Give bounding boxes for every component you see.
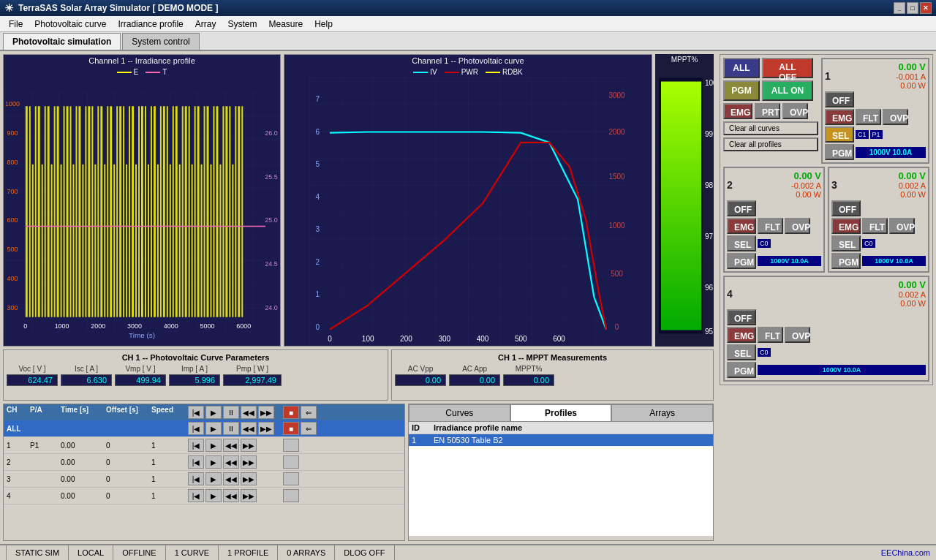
seq-ch1-back[interactable]: ◀◀ (223, 439, 239, 452)
seq-ch2-rewind[interactable]: |◀ (188, 455, 204, 469)
ch4-emg-button[interactable]: EMG (727, 327, 756, 343)
ch1-power: 0.00 W (900, 81, 926, 90)
seq-all-play[interactable]: ▶ (205, 422, 222, 435)
ch3-emg-button[interactable]: EMG (831, 218, 861, 234)
seq-ch1-stop[interactable] (283, 439, 299, 452)
col-name: Irradiance profile name (434, 423, 710, 432)
seq-btn-pause-all[interactable]: ⏸ (223, 406, 239, 419)
seq-ch2-play[interactable]: ▶ (205, 455, 222, 469)
seq-ch4-back[interactable]: ◀◀ (223, 489, 239, 502)
ch3-off-button[interactable]: OFF (831, 200, 861, 216)
ch3-pgm-button[interactable]: PGM (831, 253, 861, 269)
ch1-flt-button[interactable]: FLT (856, 109, 881, 125)
cp-row-1[interactable]: 1 EN 50530 Table B2 (409, 434, 713, 447)
seq-ch4-rewind[interactable]: |◀ (188, 489, 204, 502)
menu-file[interactable]: File (3, 18, 29, 31)
menu-array[interactable]: Array (189, 18, 222, 31)
seq-btn-play-all[interactable]: ▶ (205, 406, 222, 419)
seq-all-fwd[interactable]: ▶▶ (258, 422, 274, 435)
ch3-time: 0.00 (61, 475, 106, 483)
top-controls: ALL ALL OFF PGM ALL ON EMG PRT OVP Clear… (723, 58, 929, 164)
legend-RDBK: RDBK (486, 68, 523, 76)
seq-ch2-stop[interactable] (283, 455, 299, 469)
seq-ch1-fwd[interactable]: ▶▶ (241, 439, 257, 452)
svg-text:24.0: 24.0 (265, 304, 277, 311)
legend-RDBK-color (486, 72, 500, 73)
ch3-sel-button[interactable]: SEL (831, 235, 861, 251)
seq-btn-back-all[interactable]: ◀◀ (241, 406, 257, 419)
ch4-sel-button[interactable]: SEL (727, 344, 756, 360)
ch2-pgm-button[interactable]: PGM (727, 253, 756, 269)
ch1-ovp-button[interactable]: OVP (883, 109, 908, 125)
ch1-pgm-button[interactable]: PGM (825, 144, 854, 160)
ch3-ovp-button[interactable]: OVP (889, 218, 915, 234)
clear-curves-button[interactable]: Clear all curves (723, 121, 818, 135)
seq-ch1-rewind[interactable]: |◀ (188, 439, 204, 452)
seq-all-stop[interactable]: ■ (283, 422, 299, 435)
seq-ch3-back[interactable]: ◀◀ (223, 472, 239, 485)
ch3-flt-button[interactable]: FLT (862, 218, 888, 234)
seq-ch1-play[interactable]: ▶ (205, 439, 222, 452)
tab-arrays[interactable]: Arrays (611, 404, 713, 422)
titlebar: ☀ TerraSAS Solar Array Simulator [ DEMO … (0, 0, 936, 16)
seq-btn-rewind-all[interactable]: |◀ (188, 406, 204, 419)
clear-profiles-button[interactable]: Clear all profiles (723, 137, 818, 151)
main-emg-button[interactable]: EMG (723, 103, 752, 119)
pgm-allon-row: PGM ALL ON (723, 80, 818, 101)
seq-ch3-fwd[interactable]: ▶▶ (241, 472, 257, 485)
seq-btn-reset-all[interactable]: ⇐ (301, 406, 317, 419)
ch1-sel-button[interactable]: SEL (825, 126, 854, 143)
seq-ch2-fwd[interactable]: ▶▶ (241, 455, 257, 469)
ch4-ovp-button[interactable]: OVP (785, 327, 810, 343)
seq-btn-fwd-all[interactable]: ▶▶ (258, 406, 274, 419)
menu-system[interactable]: System (222, 18, 263, 31)
ch2-flt-button[interactable]: FLT (758, 218, 783, 234)
ch4-sel-row: SEL C0 (727, 344, 926, 360)
tab-profiles[interactable]: Profiles (510, 404, 612, 422)
tab-photovoltaic-simulation[interactable]: Photovoltaic simulation (3, 33, 121, 50)
seq-ch3-stop[interactable] (283, 472, 299, 485)
ch2-emg-button[interactable]: EMG (727, 218, 756, 234)
pgm-button[interactable]: PGM (723, 80, 760, 101)
all-off-button[interactable]: ALL OFF (762, 58, 813, 78)
ch2-off-button[interactable]: OFF (727, 200, 756, 216)
ch2-sel-button[interactable]: SEL (727, 235, 756, 251)
seq-ch4-fwd[interactable]: ▶▶ (241, 489, 257, 502)
all-on-button[interactable]: ALL ON (762, 80, 813, 101)
ch4-speed: 1 (151, 492, 188, 500)
menu-measure[interactable]: Measure (263, 18, 309, 31)
seq-ch4-play[interactable]: ▶ (205, 489, 222, 502)
minimize-button[interactable]: _ (894, 2, 905, 14)
main-ovp-button[interactable]: OVP (782, 103, 808, 119)
seq-all-reset[interactable]: ⇐ (301, 422, 317, 435)
ch4-flt-button[interactable]: FLT (758, 327, 783, 343)
tab-system-control[interactable]: System control (122, 33, 199, 50)
all-button[interactable]: ALL (723, 58, 760, 78)
menu-irradiance-profile[interactable]: Irradiance profile (112, 18, 189, 31)
ch1-off-button[interactable]: OFF (825, 91, 854, 107)
ch2-ovp-button[interactable]: OVP (785, 218, 810, 234)
main-prt-button[interactable]: PRT (755, 103, 780, 119)
ch4-pgm-button[interactable]: PGM (727, 362, 756, 378)
ch2-off-row: OFF (727, 200, 821, 216)
svg-text:500: 500 (7, 246, 18, 253)
seq-all-rewind[interactable]: |◀ (188, 422, 204, 435)
seq-btn-stop-all[interactable]: ■ (283, 406, 299, 419)
ch3-speed: 1 (151, 475, 188, 483)
seq-ch2-back[interactable]: ◀◀ (223, 455, 239, 469)
menu-photovoltaic-curve[interactable]: Photovoltaic curve (29, 18, 112, 31)
ac-app-label: AC App (462, 365, 487, 373)
svg-rect-31 (57, 106, 59, 317)
svg-text:96: 96 (705, 284, 714, 292)
close-button[interactable]: ✕ (920, 2, 932, 14)
tab-curves[interactable]: Curves (409, 404, 510, 422)
seq-ch3-play[interactable]: ▶ (205, 472, 222, 485)
seq-all-pause[interactable]: ⏸ (223, 422, 239, 435)
ch1-emg-button[interactable]: EMG (825, 109, 854, 125)
ch4-off-button[interactable]: OFF (727, 309, 756, 325)
seq-all-back[interactable]: ◀◀ (241, 422, 257, 435)
menu-help[interactable]: Help (309, 18, 339, 31)
seq-ch3-rewind[interactable]: |◀ (188, 472, 204, 485)
maximize-button[interactable]: □ (907, 2, 918, 14)
seq-ch4-stop[interactable] (283, 489, 299, 502)
